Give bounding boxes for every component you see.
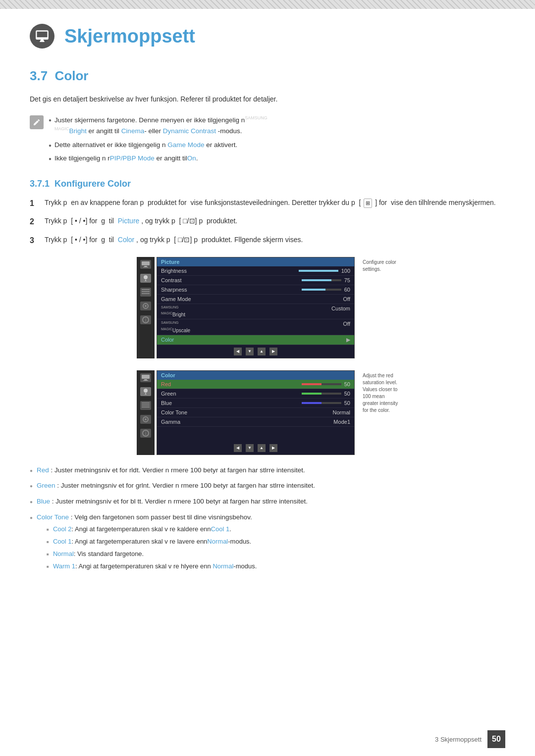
monitor2: i Color Red 50 Green: [137, 370, 355, 455]
note-icon: [30, 115, 44, 129]
monitor2-wrapper: i Color Red 50 Green: [137, 370, 398, 455]
steps-list: 1 Trykk p en av knappene foran p produkt…: [30, 197, 505, 247]
nav-right[interactable]: ▶: [269, 348, 277, 355]
monitor1-row-color: Color ▶: [157, 335, 354, 345]
svg-rect-5: [142, 291, 150, 292]
sidebar-icon-2: [140, 274, 151, 283]
svg-point-7: [145, 305, 147, 307]
section-title: 3.7 Color: [30, 68, 505, 84]
main-content: 3.7 Color Det gis en detaljert beskrivel…: [0, 58, 535, 601]
monitor2-sidebar: i: [137, 370, 155, 455]
monitor-icon: [35, 29, 49, 43]
sub-item-normal: ■ Normal: Vis standard fargetone.: [47, 549, 257, 559]
subsection-title: 3.7.1 Konfigurere Color: [30, 179, 505, 189]
svg-point-13: [144, 389, 148, 393]
note-box: ● Juster skjermens fargetone. Denne meny…: [30, 114, 505, 166]
bullet: ●: [49, 155, 52, 163]
svg-rect-1: [144, 266, 147, 267]
step-1: 1 Trykk p en av knappene foran p produkt…: [30, 197, 505, 210]
monitor2-spacer: [157, 427, 354, 442]
info-item-blue: ● Blue : Juster metningsniv et for bl tt…: [30, 496, 505, 507]
svg-rect-12: [143, 380, 148, 381]
monitor1: i Picture Brightness 100: [137, 257, 355, 358]
monitor1-row-contrast: Contrast 75: [157, 276, 354, 285]
nav2-down[interactable]: ▼: [246, 444, 254, 452]
monitor2-row-blue: Blue 50: [157, 399, 354, 408]
info-item-colortone: ● Color Tone : Velg den fargetonen som p…: [30, 512, 505, 574]
monitor2-nav: ◀ ▼ ▲ ▶: [157, 442, 354, 454]
svg-rect-15: [142, 404, 150, 405]
description: Det gis en detaljert beskrivelse av hver…: [30, 94, 505, 104]
top-decorative-bar: [0, 0, 535, 9]
bullet: ●: [49, 142, 52, 150]
footer-chapter: 3 Skjermoppsett: [435, 736, 482, 743]
page-title: Skjermoppsett: [64, 26, 195, 47]
sidebar2-icon-2: [140, 387, 151, 396]
info-item-green: ● Green : Juster metningsniv et for grln…: [30, 480, 505, 491]
svg-rect-2: [143, 267, 148, 267]
monitor1-menu-title: Picture: [157, 257, 354, 266]
monitor2-row-green: Green 50: [157, 389, 354, 399]
pencil-icon: [33, 118, 41, 126]
sidebar-icon-4: [140, 302, 151, 310]
footer-page-number: 50: [487, 730, 505, 748]
monitor1-nav: ◀ ▼ ▲ ▶: [157, 345, 354, 358]
monitor1-tooltip: Configure color settings.: [359, 257, 398, 273]
sidebar2-icon-3: [140, 401, 151, 410]
colortone-sublist: ■ Cool 2: Angi at fargetemperaturen skal…: [47, 524, 257, 571]
sub-item-cool1: ■ Cool 1: Angi at fargetemperaturen skal…: [47, 537, 257, 547]
monitor1-row-brightness: Brightness 100: [157, 266, 354, 276]
monitor1-row-sharpness: Sharpness 60: [157, 285, 354, 295]
page: Skjermoppsett 3.7 Color Det gis en detal…: [0, 0, 535, 756]
sub-item-warm1: ■ Warm 1: Angi at fargetemperaturen skal…: [47, 561, 257, 572]
nav2-left[interactable]: ◀: [234, 444, 242, 452]
header: Skjermoppsett: [0, 9, 535, 58]
monitor2-tooltip: Adjust the red saturation level. Values …: [359, 370, 398, 414]
nav-left[interactable]: ◀: [234, 348, 242, 355]
monitor1-row-gamemode: Game Mode Off: [157, 295, 354, 304]
svg-point-3: [144, 275, 148, 279]
svg-rect-14: [142, 403, 150, 403]
sidebar2-icon-5: i: [140, 429, 151, 438]
note-item-2: ● Dette alternativet er ikke tilgjengeli…: [49, 140, 505, 151]
svg-text:i: i: [145, 431, 146, 436]
nav2-up[interactable]: ▲: [258, 444, 266, 452]
info-list: ● Red : Juster metningsniv et for rldt. …: [30, 465, 505, 574]
sidebar2-icon-4: [140, 415, 151, 424]
monitor1-row-magic-bright: SAMSUNGMAGICBright Custom: [157, 304, 354, 320]
sub-item-cool2: ■ Cool 2: Angi at fargetemperaturen skal…: [47, 524, 257, 535]
nav-down[interactable]: ▼: [246, 348, 254, 355]
svg-point-17: [145, 418, 147, 420]
svg-rect-0: [142, 261, 150, 265]
monitor1-row-magic-upscale: SAMSUNGMAGICUpscale Off: [157, 319, 354, 335]
sidebar2-icon-1: [140, 373, 151, 382]
monitor2-row-gamma: Gamma Mode1: [157, 417, 354, 427]
svg-rect-6: [142, 293, 150, 294]
svg-rect-16: [142, 406, 150, 407]
monitor1-main: Picture Brightness 100 Contrast: [157, 257, 355, 358]
monitor1-sidebar: i: [137, 257, 155, 358]
svg-text:i: i: [145, 317, 146, 323]
step-3: 3 Trykk p [ • / •] for g til Color , og …: [30, 234, 505, 247]
note-item-3: ● Ikke tilgjengelig n rPIP/PBP Mode er a…: [49, 153, 505, 164]
nav2-right[interactable]: ▶: [269, 444, 277, 452]
note-item-1: ● Juster skjermens fargetone. Denne meny…: [49, 114, 505, 136]
svg-rect-10: [142, 375, 150, 379]
menu-key-icon: ⊞: [364, 199, 372, 208]
monitor1-wrapper: i Picture Brightness 100: [137, 257, 398, 358]
svg-rect-4: [142, 289, 150, 290]
svg-rect-11: [144, 379, 147, 380]
monitor2-row-red: Red 50: [157, 380, 354, 389]
monitor2-menu-title: Color: [157, 371, 354, 380]
chapter-icon: [30, 24, 54, 49]
footer: 3 Skjermoppsett 50: [435, 730, 505, 748]
step-2: 2 Trykk p [ • / •] for g til Picture , o…: [30, 215, 505, 228]
nav-up[interactable]: ▲: [258, 348, 266, 355]
sidebar-icon-3: [140, 288, 151, 297]
bullet: ●: [49, 116, 52, 124]
monitor2-row-colortone: Color Tone Normal: [157, 408, 354, 417]
monitor2-main: Color Red 50 Green 50: [157, 370, 355, 455]
sidebar-icon-1: [140, 260, 151, 269]
sidebar-icon-5: i: [140, 315, 151, 324]
monitor-mockups: i Picture Brightness 100: [30, 257, 505, 455]
